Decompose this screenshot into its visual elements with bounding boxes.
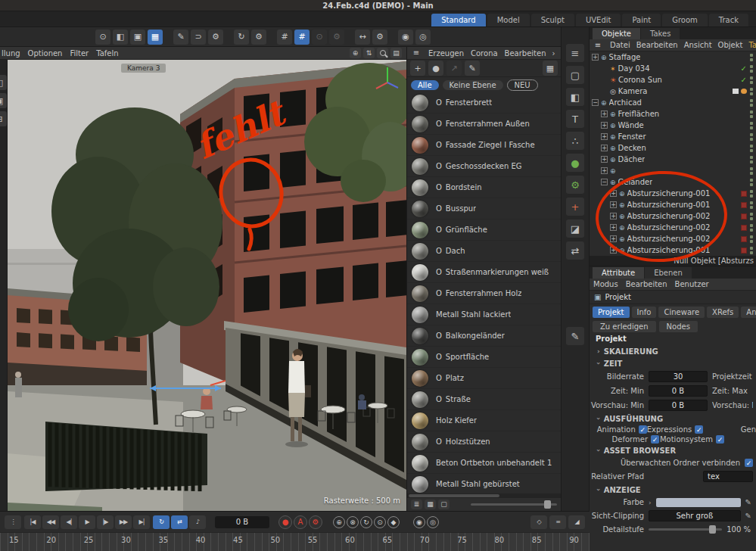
resize-corner-icon[interactable]: ◢ <box>568 515 585 529</box>
rotate-tool-icon[interactable]: ↻ <box>234 30 249 45</box>
thumbnail-size-slider[interactable] <box>471 503 557 506</box>
visibility-dots[interactable] <box>749 87 754 96</box>
keyframe-selection-icon[interactable]: ◇ <box>530 515 547 529</box>
measure-settings-icon[interactable]: ⚙ <box>372 30 387 45</box>
edit-material-icon[interactable]: ✎ <box>465 61 480 76</box>
tool-settings-icon[interactable]: ⚙ <box>208 30 223 45</box>
slider-thumb[interactable] <box>544 500 551 509</box>
object-tree-row[interactable]: ☀Corona Sun✓ <box>590 74 756 86</box>
om-menu-bearbeiten[interactable]: Bearbeiten <box>636 41 678 49</box>
panel-menu-icon[interactable]: ≡ <box>592 40 604 51</box>
expand-toggle-icon[interactable]: + <box>610 213 617 219</box>
filter-alle[interactable]: Alle <box>411 80 439 90</box>
play-icon[interactable]: ▶ <box>79 515 95 529</box>
visibility-dots[interactable] <box>749 53 754 62</box>
visibility-dots[interactable] <box>749 144 754 153</box>
rotate-settings-icon[interactable]: ⚙ <box>251 30 266 45</box>
record-scale-icon[interactable]: ⊗ <box>347 516 359 528</box>
section-zeit[interactable]: › ZEIT <box>590 357 756 369</box>
material-item[interactable]: O_Fensterrahmen Außen <box>407 114 561 135</box>
object-tree-row[interactable]: +⊕Staffage <box>590 51 756 63</box>
expand-toggle-icon[interactable]: + <box>601 111 608 117</box>
material-item[interactable]: O_Geschossdecken EG <box>407 156 561 177</box>
checkbox[interactable]: ✓ <box>716 435 724 444</box>
goto-start-icon[interactable]: |◀ <box>24 515 41 529</box>
pan-view-icon[interactable]: ⊕ <box>350 48 361 58</box>
visibility-dots[interactable] <box>749 167 754 176</box>
material-item[interactable]: O_Bordstein <box>407 177 561 198</box>
expand-toggle-icon[interactable]: + <box>601 167 608 174</box>
layout-tab-standard[interactable]: Standard <box>431 14 486 26</box>
dock-icon-c-icon[interactable]: ⊞ <box>0 111 7 126</box>
materials-menu-overflow-icon[interactable]: › <box>552 49 555 58</box>
record-position-icon[interactable]: ⊕ <box>333 516 345 528</box>
attr-btn-animation[interactable]: Animation <box>741 307 756 318</box>
model-tool-icon[interactable]: ◧ <box>113 30 128 45</box>
section-anzeige[interactable]: › ANZEIGE <box>590 484 756 496</box>
visibility-dots[interactable] <box>749 64 754 73</box>
quantize-icon[interactable]: ⊙ <box>312 30 327 45</box>
record-keyframe-icon[interactable]: ● <box>278 515 292 529</box>
object-tree-row[interactable]: −⊕Archicad <box>590 97 756 108</box>
pen-tool-icon[interactable]: ✎ <box>173 30 188 45</box>
dolly-view-icon[interactable]: ⇅ <box>363 48 375 58</box>
filter-keine-ebene[interactable]: Keine Ebene <box>443 80 503 90</box>
object-tree-row[interactable]: +⊕Absturzsicherung-001 <box>590 199 756 210</box>
list-view-icon[interactable]: ≣ <box>411 500 422 509</box>
section-asset-browser[interactable]: › ASSET BROWSER <box>590 444 756 456</box>
expand-toggle-icon[interactable]: + <box>592 54 599 61</box>
texture-mode-icon[interactable]: T <box>566 110 584 128</box>
visibility-dots[interactable] <box>749 212 754 221</box>
visibility-dots[interactable] <box>749 201 754 210</box>
material-ball-icon[interactable]: ● <box>428 61 443 76</box>
object-tree-row[interactable]: +⊕ <box>590 165 756 176</box>
prev-frame-icon[interactable]: ◀| <box>61 515 77 529</box>
live-selection-icon[interactable]: ⊙ <box>95 30 110 45</box>
snapshot-icon[interactable]: ◎ <box>427 516 439 528</box>
snap-settings-mode-icon[interactable]: ⚙ <box>566 176 584 194</box>
material-item[interactable]: O_Fensterrahmen Holz <box>407 283 561 304</box>
object-tree-row[interactable]: ◎Kamera <box>590 86 756 97</box>
visibility-dots[interactable] <box>749 155 754 164</box>
object-tree-row[interactable]: +⊕Absturzsicherung-001 <box>590 244 756 256</box>
material-item[interactable]: Holz Kiefer <box>407 410 561 431</box>
detail-slider[interactable] <box>649 528 722 531</box>
object-tree-row[interactable]: +⊕Dächer <box>590 154 756 165</box>
edit-pencil-icon[interactable]: ✎ <box>745 498 753 506</box>
attr-btn-info[interactable]: Info <box>632 307 657 318</box>
record-rotation-icon[interactable]: ↻ <box>360 516 372 528</box>
scrollbar-thumb[interactable] <box>409 494 499 497</box>
viewport-menu-tafeln[interactable]: Tafeln <box>96 49 118 58</box>
layout-tab-sculpt[interactable]: Sculpt <box>531 14 574 26</box>
layout-tab-model[interactable]: Model <box>487 14 530 26</box>
next-frame-icon[interactable]: |▶ <box>97 515 114 529</box>
loop-playback-icon[interactable]: ↻ <box>153 515 170 529</box>
enabled-check-icon[interactable]: ✓ <box>741 76 747 84</box>
palette-menu-icon[interactable]: ≡ <box>566 44 584 62</box>
checkbox[interactable]: ✓ <box>651 435 659 444</box>
clipping-field[interactable]: Sehr groß <box>649 510 741 521</box>
maximize-view-icon[interactable]: ▤ <box>390 48 402 58</box>
magnet-tool-icon[interactable]: ⊃ <box>191 30 206 45</box>
material-tag-chip[interactable] <box>741 202 747 208</box>
tab-takes[interactable]: Takes <box>641 28 680 39</box>
render-settings-icon[interactable]: ◎ <box>415 30 431 45</box>
tab-objekte[interactable]: Objekte <box>593 28 640 39</box>
expand-toggle-icon[interactable]: − <box>601 179 608 185</box>
attr-menu-benutzer[interactable]: Benutzer <box>675 280 709 288</box>
section-skalierung[interactable]: › SKALIERUNG <box>590 345 756 357</box>
active-tool-icon[interactable]: ▦ <box>148 30 163 45</box>
viewport-menu-filter[interactable]: Filter <box>70 49 89 58</box>
layout-tab-track[interactable]: Track <box>709 14 748 26</box>
section-ausfuehrung[interactable]: › AUSFÜHRUNG <box>590 412 756 425</box>
material-item[interactable]: O_Sportfläche <box>407 347 561 368</box>
material-item[interactable]: O_Fassade Ziegel I Fasche <box>407 135 561 156</box>
slider-thumb[interactable] <box>709 525 716 534</box>
visibility-dots[interactable] <box>749 76 754 85</box>
measure-tool-icon[interactable]: ↔ <box>355 30 370 45</box>
attr-menu-bearbeiten[interactable]: Bearbeiten <box>626 280 667 288</box>
material-item[interactable]: O_Straßenmarkierungen weiß <box>407 262 561 283</box>
param-field[interactable]: 0 B <box>649 400 708 411</box>
materials-menu-icon[interactable]: ≡ <box>410 48 422 58</box>
preview-render-icon[interactable]: ◉ <box>413 516 425 528</box>
